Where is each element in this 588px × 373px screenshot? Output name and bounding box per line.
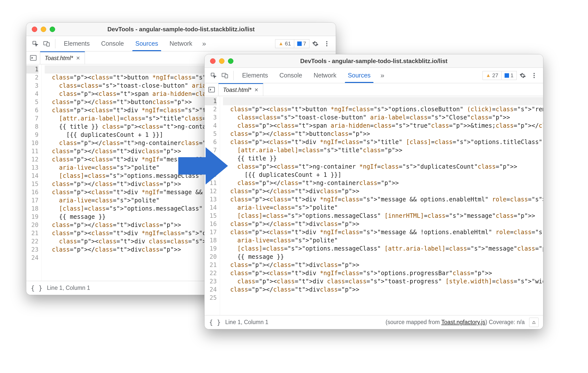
status-bar: { } Line 1, Column 1 (source mapped from… [205, 315, 543, 329]
file-tab[interactable]: Toast.html* ✕ [40, 51, 85, 64]
warnings-badge[interactable]: ▲27 [482, 71, 501, 80]
navigator-toggle-icon[interactable] [205, 83, 219, 96]
svg-point-10 [534, 73, 535, 74]
drawer-toggle-icon[interactable] [529, 318, 539, 327]
devtools-window-right: DevTools - angular-sample-todo-list.stac… [204, 54, 543, 329]
device-toggle-icon[interactable] [41, 38, 52, 49]
file-tab[interactable]: Toast.html* ✕ [219, 83, 263, 96]
minimize-window-button[interactable] [219, 58, 224, 64]
issue-badges[interactable]: ▲27 1 [482, 71, 517, 80]
traffic-lights [32, 27, 55, 32]
zoom-window-button[interactable] [228, 58, 233, 64]
window-title: DevTools - angular-sample-todo-list.stac… [26, 26, 336, 33]
inspect-element-icon[interactable] [208, 70, 219, 81]
svg-rect-9 [225, 75, 228, 78]
close-tab-icon[interactable]: ✕ [76, 55, 80, 61]
device-toggle-icon[interactable] [220, 70, 230, 81]
navigator-toggle-icon[interactable] [26, 51, 40, 64]
cursor-position: Line 1, Column 1 [47, 285, 90, 291]
settings-gear-icon[interactable] [310, 38, 321, 49]
tab-network[interactable]: Network [308, 68, 342, 83]
pretty-print-icon[interactable]: { } [209, 319, 221, 326]
more-tabs-button[interactable]: » [376, 72, 388, 79]
svg-point-11 [534, 75, 535, 76]
tab-console[interactable]: Console [96, 36, 129, 51]
source-map-info: (source mapped from Toast.ngfactory.js) … [386, 319, 525, 326]
code-content[interactable]: class="p"><class="t">button *ngIf=class=… [220, 96, 543, 315]
kebab-menu-icon[interactable] [529, 70, 540, 81]
main-toolbar: Elements Console Sources Network » ▲61 7 [26, 36, 336, 51]
svg-rect-13 [209, 87, 215, 92]
code-editor[interactable]: 1234567891011121314151617181920212223242… [205, 96, 543, 315]
tab-sources[interactable]: Sources [342, 68, 376, 83]
panel-tabs: Elements Console Sources Network [58, 36, 198, 51]
line-gutter: 1234567891011121314151617181920212223242… [205, 96, 220, 315]
panel-tabs: Elements Console Network Sources [237, 68, 376, 83]
close-tab-icon[interactable]: ✕ [254, 87, 258, 93]
titlebar: DevTools - angular-sample-todo-list.stac… [26, 23, 336, 36]
line-gutter: 123456789101112131415161718192021222324 [26, 64, 42, 281]
info-badge[interactable]: 1 [502, 71, 517, 80]
titlebar: DevTools - angular-sample-todo-list.stac… [205, 54, 543, 68]
traffic-lights [210, 58, 233, 64]
transition-arrow-icon [178, 145, 228, 187]
window-title: DevTools - angular-sample-todo-list.stac… [205, 58, 543, 65]
close-window-button[interactable] [32, 27, 37, 32]
more-tabs-button[interactable]: » [198, 40, 210, 48]
svg-point-12 [534, 77, 535, 78]
svg-point-5 [326, 45, 328, 46]
settings-gear-icon[interactable] [517, 70, 528, 81]
pretty-print-icon[interactable]: { } [31, 284, 42, 292]
tab-elements[interactable]: Elements [237, 68, 273, 83]
svg-rect-2 [47, 43, 49, 46]
tab-elements[interactable]: Elements [58, 36, 95, 51]
warnings-badge[interactable]: ▲61 [275, 39, 294, 48]
separator [55, 39, 55, 48]
source-map-link[interactable]: Toast.ngfactory.js [441, 319, 485, 325]
issue-badges[interactable]: ▲61 7 [275, 39, 309, 48]
info-badge[interactable]: 7 [294, 39, 309, 48]
tab-sources[interactable]: Sources [130, 36, 164, 51]
minimize-window-button[interactable] [41, 27, 46, 32]
file-tab-label: Toast.html* [45, 55, 73, 62]
main-toolbar: Elements Console Network Sources » ▲27 1 [205, 68, 543, 83]
inspect-element-icon[interactable] [30, 38, 41, 49]
svg-rect-6 [30, 55, 36, 60]
tab-console[interactable]: Console [274, 68, 308, 83]
file-tab-bar: Toast.html* ✕ [205, 83, 543, 96]
svg-point-3 [326, 41, 328, 42]
svg-point-4 [326, 43, 328, 44]
file-tab-label: Toast.html* [223, 87, 251, 93]
cursor-position: Line 1, Column 1 [225, 319, 268, 326]
tab-network[interactable]: Network [164, 36, 198, 51]
svg-marker-14 [178, 147, 228, 185]
close-window-button[interactable] [210, 58, 216, 64]
kebab-menu-icon[interactable] [321, 38, 332, 49]
separator [233, 71, 234, 80]
zoom-window-button[interactable] [50, 27, 55, 32]
